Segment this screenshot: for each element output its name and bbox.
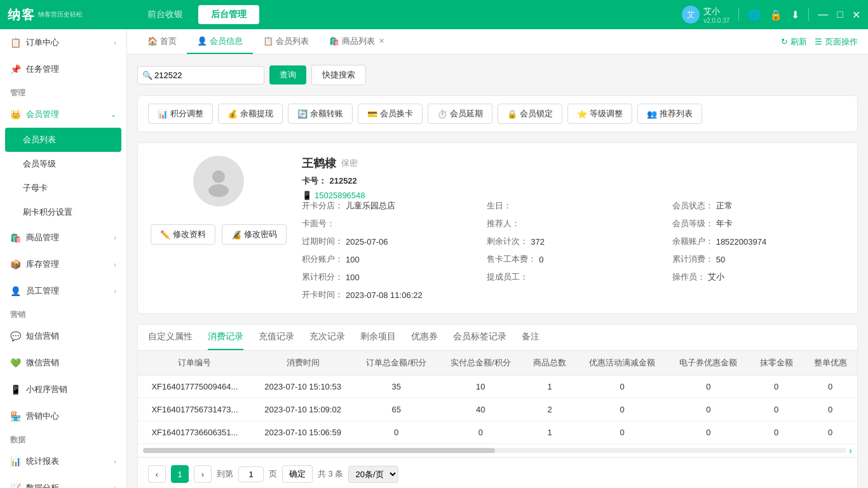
btn-points-adjust[interactable]: 📊 积分调整	[148, 104, 213, 124]
total-consume-label: 累计消费：	[672, 254, 714, 265]
member-name: 王鹤棣	[302, 156, 336, 171]
sidebar-item-tasks[interactable]: 📌 任务管理	[0, 56, 126, 83]
card-label: 卡号：	[302, 176, 327, 186]
table-row: XF164017775009464... 2023-07-10 15:10:53…	[138, 376, 857, 398]
btn-member-lock[interactable]: 🔒 会员锁定	[498, 104, 562, 124]
edit-icon: ✏️	[160, 230, 170, 240]
nav-tab-frontend[interactable]: 前台收银	[135, 5, 196, 24]
sidebar-item-inventory[interactable]: 📦 库存管理 ›	[0, 251, 126, 278]
table-row: XF164017756731473... 2023-07-10 15:09:02…	[138, 398, 857, 421]
tab-goods-list[interactable]: 🛍️ 商品列表 ✕	[319, 29, 395, 54]
search-input[interactable]	[137, 66, 264, 85]
sidebar-label-child-card: 子母卡	[23, 182, 48, 194]
tab-close-goods[interactable]: ✕	[379, 37, 384, 45]
member-avatar	[193, 156, 244, 207]
sidebar-sub-member-level[interactable]: 会员等级	[0, 152, 126, 176]
minimize-icon[interactable]: —	[818, 9, 828, 20]
maximize-icon[interactable]: □	[837, 9, 843, 20]
detail-expire: 过期时间： 2025-07-06	[302, 236, 474, 247]
sidebar-item-marketing-center[interactable]: 🏪 营销中心	[0, 403, 126, 430]
page-confirm-btn[interactable]: 确定	[282, 465, 313, 483]
sidebar-item-miniapp[interactable]: 📱 小程序营销	[0, 376, 126, 403]
tabs-left: 🏠 首页 👤 会员信息 📋 会员列表 🛍️ 商品列表 ✕	[137, 29, 395, 54]
cell-order-1: XF164017775009464...	[138, 376, 252, 398]
sidebar-item-wechat[interactable]: 💚 微信营销	[0, 349, 126, 376]
btn-level-adjust[interactable]: ⭐ 等级调整	[567, 104, 632, 124]
btn-balance-transfer[interactable]: 🔄 余额转账	[288, 104, 353, 124]
nav-tab-backend[interactable]: 后台管理	[198, 5, 259, 24]
sidebar-item-members[interactable]: 👑 会员管理 ⌄	[0, 101, 126, 128]
quick-search-button[interactable]: 快捷搜索	[311, 65, 366, 85]
sub-tab-consume[interactable]: 消费记录	[208, 325, 243, 350]
sub-tab-member-tags[interactable]: 会员标签记录	[453, 325, 506, 350]
btn-change-pwd[interactable]: 🔏 修改密码	[222, 224, 287, 245]
sidebar-label-inventory: 库存管理	[26, 259, 59, 270]
col-total-amount: 订单总金额/积分	[354, 351, 438, 376]
sidebar-label-goods: 商品管理	[26, 232, 59, 243]
sidebar-sub-points-settings[interactable]: 刷卡积分设置	[0, 200, 126, 224]
page-action[interactable]: ☰ 页面操作	[815, 36, 858, 48]
sidebar-item-staff[interactable]: 👤 员工管理 ›	[0, 278, 126, 304]
wechat-icon: 💚	[10, 358, 21, 368]
phone-icon: 📱	[302, 191, 312, 200]
btn-recommend-list[interactable]: 👥 推荐列表	[637, 104, 702, 124]
globe-icon[interactable]: 🌐	[748, 9, 761, 21]
table-header-row: 订单编号 消费时间 订单总金额/积分 实付总金额/积分 商品总数 优惠活动满减金…	[138, 351, 857, 376]
content-area: 🏠 首页 👤 会员信息 📋 会员列表 🛍️ 商品列表 ✕	[127, 29, 868, 488]
level-icon: ⭐	[577, 109, 587, 119]
member-info-icon: 👤	[197, 36, 207, 46]
total-text: 共 3 条	[318, 468, 343, 480]
sidebar-item-sms[interactable]: 💬 短信营销	[0, 323, 126, 349]
page-goto-input[interactable]	[238, 466, 264, 482]
btn-pwd-label: 修改密码	[244, 229, 277, 240]
prev-page-btn[interactable]: ‹	[148, 465, 166, 483]
col-actual-amount: 实付总金额/积分	[438, 351, 523, 376]
cell-time-3: 2023-07-10 15:06:59	[252, 421, 355, 444]
member-status-value: 正常	[716, 200, 733, 212]
btn-edit-label: 修改资料	[173, 229, 206, 240]
sms-icon: 💬	[10, 331, 21, 341]
lock-icon[interactable]: 🔒	[770, 9, 782, 21]
btn-card-change[interactable]: 💳 会员换卡	[358, 104, 423, 124]
sidebar-sub-child-card[interactable]: 子母卡	[0, 176, 126, 200]
sidebar-label-analytics: 数据分析	[26, 482, 59, 488]
btn-edit-info[interactable]: ✏️ 修改资料	[151, 224, 215, 245]
cell-voucher-1: 0	[668, 376, 750, 398]
btn-recommend-label: 推荐列表	[660, 108, 693, 119]
btn-balance-withdraw[interactable]: 💰 余额提现	[218, 104, 283, 124]
download-icon[interactable]: ⬇	[791, 9, 799, 21]
sub-tab-coupons[interactable]: 优惠券	[411, 325, 438, 350]
detail-open-time: 开卡时间： 2023-07-08 11:06:22	[302, 289, 844, 301]
sidebar-sub-member-list[interactable]: 会员列表	[5, 128, 121, 152]
tab-member-list[interactable]: 📋 会员列表	[253, 29, 319, 54]
commission-staff-label: 提成员工：	[487, 271, 528, 283]
analytics-icon: 📈	[10, 483, 21, 488]
tab-member-info[interactable]: 👤 会员信息	[187, 29, 253, 54]
tabs-right: ↻ 刷新 ☰ 页面操作	[781, 36, 858, 48]
sub-tab-notes[interactable]: 备注	[522, 325, 539, 350]
operator-value: 艾小	[708, 271, 724, 283]
sidebar-item-reports[interactable]: 📊 统计报表 ›	[0, 448, 126, 475]
sidebar-item-goods[interactable]: 🛍️ 商品管理 ›	[0, 224, 126, 251]
page-1-btn[interactable]: 1	[171, 465, 189, 483]
sub-tab-custom[interactable]: 自定义属性	[148, 325, 193, 350]
open-time-label: 开卡时间：	[302, 289, 343, 301]
tab-home[interactable]: 🏠 首页	[137, 29, 187, 54]
detail-total-points: 累计积分： 100	[302, 271, 474, 283]
next-page-btn[interactable]: ›	[194, 465, 212, 483]
top-header: 纳客 纳客营历史轻松 前台收银 后台管理 艾 艾小 v2.0.0.37 🌐 🔒 …	[0, 0, 868, 29]
query-button[interactable]: 查询	[269, 65, 306, 85]
sub-tab-recharge[interactable]: 充值记录	[259, 325, 294, 350]
lock-action-icon: 🔒	[507, 109, 517, 119]
close-icon[interactable]: ✕	[852, 9, 860, 21]
birthday-label: 生日：	[487, 200, 512, 212]
sub-tab-charge-times[interactable]: 充次记录	[309, 325, 345, 350]
sub-tab-remaining[interactable]: 剩余项目	[360, 325, 396, 350]
refresh-action[interactable]: ↻ 刷新	[781, 36, 807, 48]
btn-member-extend[interactable]: ⏱️ 会员延期	[428, 104, 492, 124]
chevron-analytics-icon: ›	[114, 484, 116, 488]
per-page-select[interactable]: 20条/页	[348, 466, 398, 483]
cell-whole-1: 0	[803, 376, 857, 398]
sidebar-item-orders[interactable]: 📋 订单中心 ›	[0, 29, 126, 56]
sidebar-item-analytics[interactable]: 📈 数据分析 ›	[0, 475, 126, 488]
